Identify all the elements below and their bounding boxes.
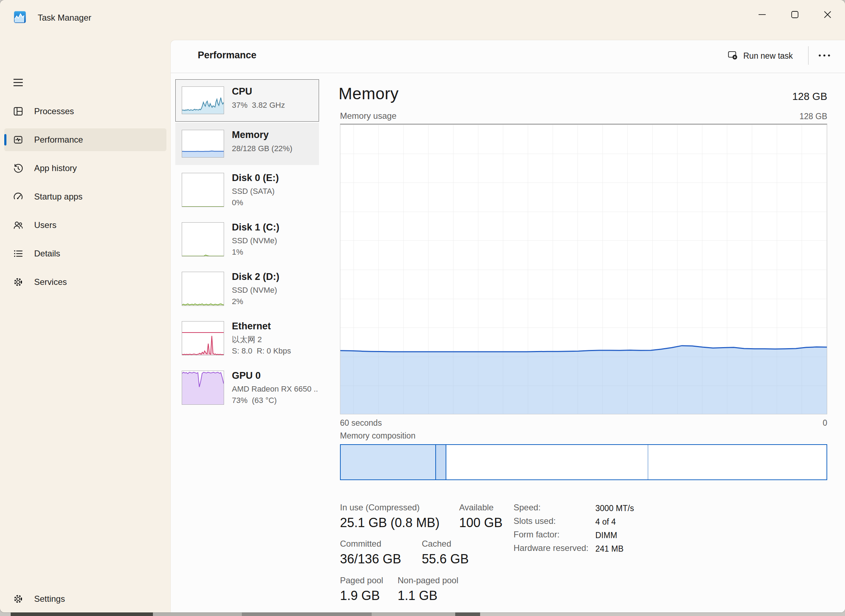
taskbar-segment (455, 612, 480, 616)
speed-value: 3000 MT/s (595, 503, 634, 513)
hardware-reserved-label: Hardware reserved: (513, 543, 588, 553)
perf-item-subtitle: 37% 3.82 GHz (232, 100, 285, 110)
in-use-value: 25.1 GB (0.8 MB) (340, 515, 440, 531)
sidebar-item-performance[interactable]: Performance (0, 128, 171, 151)
perf-item-subtitle: 0% (232, 198, 243, 208)
performance-icon (13, 135, 23, 145)
sidebar-item-label: Processes (34, 100, 74, 123)
memory-pane-title: Memory (339, 84, 399, 103)
sidebar-item-processes[interactable]: Processes (0, 100, 171, 123)
sidebar-item-label: Startup apps (34, 185, 82, 208)
gpu-mini-chart (182, 371, 224, 405)
processes-icon (13, 106, 23, 117)
gear-icon (13, 594, 23, 604)
memory-composition-bar[interactable] (340, 444, 827, 480)
graph-time-left-label: 60 seconds (340, 418, 382, 428)
run-new-task-label: Run new task (743, 51, 793, 61)
disk0-mini-chart (182, 173, 224, 207)
perf-item-subtitle: S: 8.0 R: 0 Kbps (232, 346, 291, 356)
titlebar[interactable]: Task Manager (0, 0, 845, 28)
committed-label: Committed (340, 538, 381, 549)
available-label: Available (459, 502, 494, 513)
perf-item-subtitle: 73% (63 °C) (232, 396, 277, 405)
paged-pool-label: Paged pool (340, 575, 383, 586)
nonpaged-pool-label: Non-paged pool (398, 575, 458, 586)
menu-toggle-button[interactable] (12, 73, 32, 92)
perf-item-title: Memory (232, 129, 269, 141)
sidebar-item-label: Users (34, 214, 57, 236)
sidebar-item-app-history[interactable]: App history (0, 157, 171, 180)
perf-item-subtitle: 1% (232, 247, 243, 257)
minimize-button[interactable] (750, 4, 774, 25)
perf-item-subtitle: SSD (NVMe) (232, 285, 277, 295)
sidebar-item-settings[interactable]: Settings (0, 588, 171, 610)
memory-usage-graph (340, 124, 827, 414)
slots-used-value: 4 of 4 (595, 516, 616, 527)
details-icon (13, 248, 23, 259)
app-history-icon (13, 163, 23, 173)
memory-total: 128 GB (747, 91, 827, 103)
sidebar-item-label: Performance (34, 128, 83, 151)
taskbar-segment (11, 612, 153, 616)
memory-usage-max: 128 GB (747, 111, 827, 121)
window-title: Task Manager (38, 13, 91, 23)
sidebar-item-label: Services (34, 271, 67, 293)
speed-label: Speed: (513, 502, 541, 513)
perf-item-title: Disk 2 (D:) (232, 271, 280, 282)
graph-time-right-label: 0 (782, 418, 827, 428)
sidebar-item-label: Details (34, 242, 60, 265)
close-icon (823, 10, 832, 19)
close-button[interactable] (816, 4, 839, 25)
sidebar-item-label: Settings (34, 588, 65, 610)
disk1-mini-chart (182, 222, 224, 257)
perf-item-subtitle: 以太网 2 (232, 335, 262, 345)
sidebar-item-users[interactable]: Users (0, 214, 171, 236)
perf-item-title: CPU (232, 86, 252, 97)
perf-item-subtitle: 2% (232, 296, 243, 307)
perf-item-subtitle: 28/128 GB (22%) (232, 144, 292, 154)
perf-item-subtitle: AMD Radeon RX 6650 .. (232, 384, 318, 394)
more-options-icon (817, 52, 832, 59)
cached-value: 55.6 GB (422, 551, 469, 567)
sidebar-item-services[interactable]: Services (0, 271, 171, 293)
sidebar-item-label: App history (34, 157, 77, 180)
composition-segment-modified (436, 445, 446, 480)
users-icon (13, 220, 23, 230)
perf-item-title: GPU 0 (232, 370, 261, 381)
perf-item-title: Ethernet (232, 320, 271, 332)
composition-segment-standby (446, 445, 648, 480)
sidebar-item-startup-apps[interactable]: Startup apps (0, 185, 171, 208)
taskbar-segment (153, 612, 242, 616)
paged-pool-value: 1.9 GB (340, 588, 380, 604)
slots-used-label: Slots used: (513, 516, 556, 527)
desktop: Task Manager Processes (0, 0, 845, 616)
memory-mini-chart (182, 130, 224, 158)
maximize-button[interactable] (783, 4, 807, 25)
sidebar: Processes Performance App history (0, 28, 171, 612)
more-options-button[interactable] (814, 48, 836, 63)
taskbar-segment (372, 612, 455, 616)
header-rule (171, 73, 845, 73)
run-new-task-button[interactable]: Run new task (726, 46, 804, 65)
header-divider (808, 46, 809, 65)
app-icon (13, 11, 26, 23)
perf-item-title: Disk 1 (C:) (232, 221, 280, 233)
memory-usage-label: Memory usage (340, 111, 396, 121)
run-new-task-icon (728, 50, 738, 60)
task-manager-window: Task Manager Processes (0, 0, 845, 612)
composition-segment-free (648, 445, 826, 480)
cpu-mini-chart (182, 87, 224, 114)
available-value: 100 GB (459, 515, 503, 531)
nonpaged-pool-value: 1.1 GB (398, 588, 437, 604)
composition-segment-in-use (341, 445, 436, 480)
hardware-reserved-value: 241 MB (595, 543, 623, 554)
cached-label: Cached (422, 538, 451, 549)
form-factor-label: Form factor: (513, 529, 559, 540)
in-use-label: In use (Compressed) (340, 502, 420, 513)
hamburger-icon (13, 77, 23, 88)
sidebar-item-details[interactable]: Details (0, 242, 171, 265)
taskbar-segment (242, 612, 372, 616)
committed-value: 36/136 GB (340, 551, 401, 567)
services-icon (13, 277, 23, 287)
perf-item-subtitle: SSD (SATA) (232, 186, 274, 197)
